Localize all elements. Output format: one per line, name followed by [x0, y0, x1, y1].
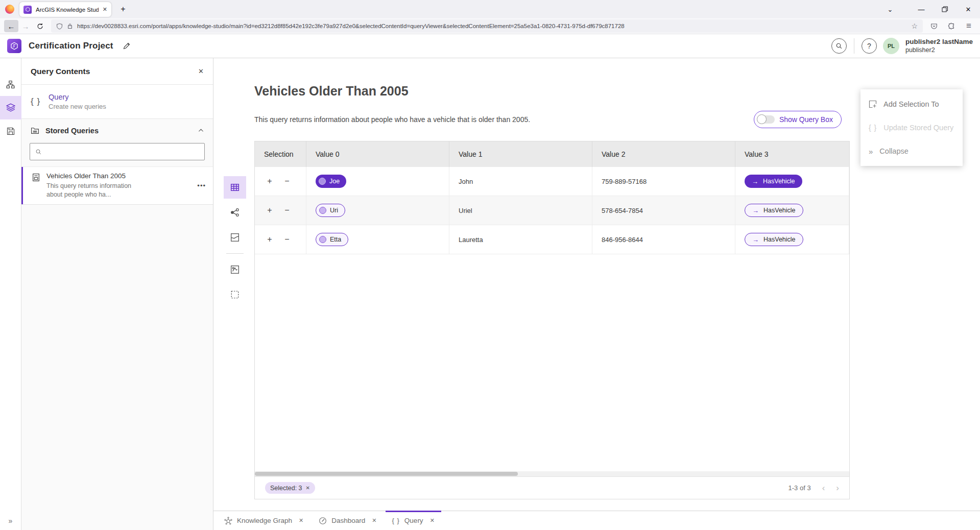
cell-value2[interactable]: 578-654-7854: [592, 196, 735, 225]
cell-value2[interactable]: 846-956-8644: [592, 225, 735, 254]
horizontal-scrollbar[interactable]: [255, 471, 849, 476]
help-icon[interactable]: ?: [862, 38, 877, 54]
knowledge-graph-icon: [224, 517, 232, 525]
menu-item-add-selection-to[interactable]: Add Selection To: [861, 92, 963, 116]
back-button[interactable]: ←: [4, 20, 18, 32]
relationship-chip[interactable]: → HasVehicle: [745, 175, 802, 188]
edit-title-pencil-icon[interactable]: [123, 42, 131, 50]
add-to-selection-button[interactable]: +: [266, 235, 273, 244]
add-to-map-icon[interactable]: [224, 258, 246, 281]
url-bar[interactable]: https://dev0028833.esri.com/portal/apps/…: [51, 19, 923, 33]
folder-icon: [31, 126, 39, 135]
column-header-value3[interactable]: Value 3: [735, 141, 849, 167]
rail-contents-layers-icon[interactable]: [0, 96, 21, 119]
cell-value2[interactable]: 759-889-57168: [592, 167, 735, 196]
tab-close-icon[interactable]: ✕: [372, 517, 376, 524]
add-to-selection-button[interactable]: +: [266, 206, 273, 215]
tab-close-icon[interactable]: ✕: [430, 517, 435, 524]
header-search-icon[interactable]: [831, 38, 847, 54]
cell-value1[interactable]: John: [449, 167, 592, 196]
tracking-shield-icon[interactable]: [56, 23, 63, 30]
user-avatar[interactable]: PL: [883, 38, 899, 54]
rail-expand-icon[interactable]: »: [9, 517, 13, 525]
tab-close-icon[interactable]: ✕: [103, 6, 107, 13]
bookmark-star-icon[interactable]: ☆: [911, 22, 918, 30]
next-page-icon[interactable]: ›: [836, 484, 839, 492]
panel-close-icon[interactable]: ✕: [198, 67, 204, 75]
column-header-value1[interactable]: Value 1: [449, 141, 592, 167]
entity-chip[interactable]: Etta: [316, 233, 348, 246]
item-options-ellipsis-icon[interactable]: •••: [197, 182, 206, 189]
arcgis-knowledge-logo: [7, 39, 21, 53]
pocket-icon[interactable]: [927, 20, 941, 32]
tab-query[interactable]: { } Query ✕: [385, 511, 442, 530]
remove-from-selection-button[interactable]: −: [283, 206, 291, 215]
stored-queries-label: Stored Queries: [45, 127, 192, 135]
entity-chip[interactable]: Joe: [316, 175, 346, 188]
stored-query-item[interactable]: Vehicles Older Than 2005 This query retu…: [21, 166, 213, 205]
stored-queries-section: Stored Queries Vehicles Older T: [21, 119, 213, 530]
map-view-icon[interactable]: [224, 226, 246, 249]
previous-page-icon[interactable]: ‹: [822, 484, 825, 492]
rail-save-icon[interactable]: [0, 119, 21, 143]
toolbar-divider: [226, 253, 244, 254]
url-text[interactable]: https://dev0028833.esri.com/portal/apps/…: [77, 23, 907, 29]
stored-query-title: Vehicles Older Than 2005: [46, 172, 191, 180]
table-row[interactable]: + − Joe John 759-889-57168 → HasVehicle: [255, 167, 849, 196]
entity-chip[interactable]: Uri: [316, 204, 345, 217]
remove-from-selection-button[interactable]: −: [283, 235, 291, 244]
stored-queries-search[interactable]: [30, 143, 205, 160]
user-info[interactable]: publisher2 lastName publisher2: [905, 38, 973, 54]
cell-value1[interactable]: Lauretta: [449, 225, 592, 254]
link-chart-view-icon[interactable]: [224, 201, 246, 224]
rail-data-model-icon[interactable]: [0, 73, 21, 96]
menu-item-collapse[interactable]: » Collapse: [861, 139, 963, 163]
column-header-value0[interactable]: Value 0: [306, 141, 449, 167]
search-input[interactable]: [46, 148, 199, 156]
table-row[interactable]: + − Uri Uriel 578-654-7854 → HasVehicle: [255, 196, 849, 225]
list-all-tabs-icon[interactable]: ⌄: [880, 0, 900, 18]
toggle-switch[interactable]: [757, 115, 775, 124]
new-tab-button[interactable]: +: [116, 3, 130, 15]
window-minimize-button[interactable]: —: [910, 0, 933, 18]
lock-icon[interactable]: [67, 23, 73, 29]
browser-tab-bar: ArcGIS Knowledge Studio ✕ + ⌄ — ✕: [0, 0, 980, 18]
remove-from-selection-button[interactable]: −: [283, 177, 291, 186]
firefox-logo-icon[interactable]: [5, 5, 14, 14]
scrollbar-thumb[interactable]: [255, 472, 518, 476]
relationship-chip[interactable]: → HasVehicle: [745, 233, 803, 246]
table-view-icon[interactable]: [224, 176, 246, 199]
tab-close-icon[interactable]: ✕: [299, 517, 303, 524]
tab-title: ArcGIS Knowledge Studio: [36, 7, 99, 13]
cell-value1[interactable]: Uriel: [449, 196, 592, 225]
stored-query-description: This query returns information about peo…: [46, 182, 146, 199]
clear-selection-icon[interactable]: ✕: [306, 485, 310, 491]
relationship-arrow-icon: →: [752, 207, 759, 214]
row-range-label: 1-3 of 3: [788, 484, 811, 492]
column-header-value2[interactable]: Value 2: [592, 141, 735, 167]
add-to-selection-button[interactable]: +: [266, 177, 273, 186]
extensions-puzzle-icon[interactable]: [944, 20, 959, 32]
window-close-button[interactable]: ✕: [957, 0, 980, 18]
menu-hamburger-icon[interactable]: ≡: [962, 20, 976, 32]
entity-dot-icon: [319, 207, 326, 214]
page-title: Vehicles Older Than 2005: [254, 84, 409, 99]
selected-count-chip[interactable]: Selected: 3 ✕: [265, 482, 315, 494]
forward-button[interactable]: →: [18, 20, 33, 32]
new-query-item[interactable]: { } Query Create new queries: [21, 85, 213, 119]
stored-query-doc-icon: [32, 172, 40, 199]
column-header-selection[interactable]: Selection: [255, 141, 306, 167]
browser-tab[interactable]: ArcGIS Knowledge Studio ✕: [19, 2, 111, 17]
relationship-chip[interactable]: → HasVehicle: [745, 204, 803, 217]
selection-tool-icon[interactable]: [224, 283, 246, 306]
reload-button[interactable]: [33, 20, 47, 32]
show-query-box-toggle[interactable]: Show Query Box: [754, 111, 842, 128]
table-row[interactable]: + − Etta Lauretta 846-956-8644 → HasVehi…: [255, 225, 849, 254]
browser-nav-bar: ← → https://dev0028833.esri.com/portal/a…: [0, 18, 980, 34]
left-rail: »: [0, 58, 21, 530]
tab-dashboard[interactable]: Dashboard ✕: [311, 511, 384, 530]
entity-dot-icon: [319, 236, 326, 243]
window-restore-button[interactable]: [933, 0, 957, 18]
section-collapse-chevron-icon[interactable]: [198, 128, 204, 133]
tab-knowledge-graph[interactable]: Knowledge Graph ✕: [217, 511, 311, 530]
